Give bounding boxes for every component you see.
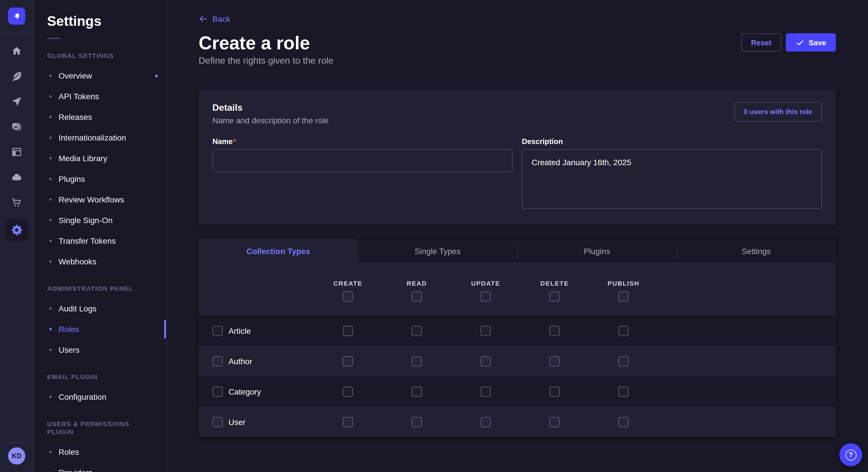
description-label: Description: [522, 136, 822, 146]
row-select-checkbox[interactable]: [212, 417, 223, 427]
section-users-permissions-plugin: USERS & PERMISSIONS PLUGIN Roles Provide…: [33, 420, 166, 472]
help-button[interactable]: ?: [839, 443, 862, 466]
section-administration-panel: ADMINISTRATION PANEL Audit Logs Roles Us…: [33, 284, 166, 360]
back-arrow-icon: [198, 14, 208, 24]
name-field-group: Name*: [212, 136, 513, 211]
description-textarea[interactable]: Created January 16th, 2025: [522, 149, 822, 209]
check-icon: [795, 38, 804, 47]
notification-dot: [155, 74, 158, 77]
page-title: Create a role: [198, 33, 310, 53]
subnav-item-api-tokens[interactable]: API Tokens: [33, 86, 166, 107]
subnav-item-plugins[interactable]: Plugins: [33, 169, 166, 189]
media-library-icon[interactable]: [11, 121, 22, 133]
category-create-checkbox[interactable]: [343, 386, 353, 397]
subnav-item-audit-logs[interactable]: Audit Logs: [33, 298, 166, 319]
subnav-item-configuration[interactable]: Configuration: [33, 386, 166, 407]
bullet-icon: [50, 198, 52, 201]
row-select-checkbox[interactable]: [212, 356, 223, 366]
select-all-update-checkbox[interactable]: [480, 291, 491, 302]
category-update-checkbox[interactable]: [480, 386, 491, 397]
subnav-item-internationalization[interactable]: Internationalization: [33, 127, 166, 148]
subnav-item-overview[interactable]: Overview: [33, 65, 166, 86]
save-button[interactable]: Save: [786, 33, 836, 52]
tab-single-types[interactable]: Single Types: [358, 239, 517, 264]
user-create-checkbox[interactable]: [343, 417, 353, 427]
subnav-item-webhooks[interactable]: Webhooks: [33, 251, 166, 272]
subnav-item-media-library[interactable]: Media Library: [33, 148, 166, 169]
name-label: Name*: [212, 136, 513, 146]
select-all-create-checkbox[interactable]: [343, 291, 353, 302]
article-read-checkbox[interactable]: [412, 326, 422, 336]
main-content: Back Create a role Reset Save Define the…: [166, 0, 868, 472]
select-all-delete-checkbox[interactable]: [549, 291, 560, 302]
category-read-checkbox[interactable]: [412, 386, 422, 397]
content-manager-pen-icon[interactable]: [11, 71, 22, 82]
author-read-checkbox[interactable]: [412, 356, 422, 366]
bullet-icon: [50, 219, 52, 222]
category-publish-checkbox[interactable]: [618, 386, 629, 397]
tab-settings[interactable]: Settings: [677, 239, 836, 264]
rail-divider: [0, 442, 33, 443]
strapi-logo[interactable]: [8, 7, 25, 25]
subnav-item-releases[interactable]: Releases: [33, 107, 166, 127]
subnav-item-users[interactable]: Users: [33, 339, 166, 360]
name-input[interactable]: [212, 149, 513, 172]
reset-button[interactable]: Reset: [741, 33, 781, 52]
question-mark-icon: ?: [845, 449, 856, 460]
row-label: Author: [228, 357, 252, 366]
user-update-checkbox[interactable]: [480, 417, 491, 427]
subnav-item-up-providers[interactable]: Providers: [33, 462, 166, 472]
settings-gear-icon[interactable]: [5, 218, 28, 241]
section-global-settings: GLOBAL SETTINGS Overview API Tokens Rele…: [33, 52, 166, 272]
article-delete-checkbox[interactable]: [549, 326, 560, 336]
bullet-icon: [50, 74, 52, 77]
section-label: GLOBAL SETTINGS: [33, 52, 166, 60]
subnav-item-review-workflows[interactable]: Review Workflows: [33, 189, 166, 210]
tab-plugins[interactable]: Plugins: [517, 239, 677, 264]
bullet-icon: [50, 240, 52, 242]
cloud-icon[interactable]: [11, 171, 22, 183]
author-delete-checkbox[interactable]: [549, 356, 560, 366]
details-card: Details Name and description of the role…: [198, 90, 836, 225]
layout-builder-icon[interactable]: [11, 146, 22, 158]
bullet-icon: [50, 95, 52, 98]
author-publish-checkbox[interactable]: [618, 356, 629, 366]
user-avatar[interactable]: KD: [8, 447, 25, 465]
table-row-category: Category: [198, 376, 836, 407]
subnav-item-single-sign-on[interactable]: Single Sign-On: [33, 210, 166, 231]
permissions-tabs: Collection Types Single Types Plugins Se…: [198, 239, 836, 264]
column-header-read: READ: [382, 280, 451, 287]
author-update-checkbox[interactable]: [480, 356, 491, 366]
subnav-item-roles-active[interactable]: Roles: [33, 319, 166, 339]
article-update-checkbox[interactable]: [480, 326, 491, 336]
user-publish-checkbox[interactable]: [618, 417, 629, 427]
back-link[interactable]: Back: [198, 14, 230, 24]
article-create-checkbox[interactable]: [343, 326, 353, 336]
category-delete-checkbox[interactable]: [549, 386, 560, 397]
author-create-checkbox[interactable]: [343, 356, 353, 366]
settings-subnav: Settings GLOBAL SETTINGS Overview API To…: [33, 0, 166, 472]
permissions-card: Collection Types Single Types Plugins Se…: [198, 239, 836, 437]
subnav-item-transfer-tokens[interactable]: Transfer Tokens: [33, 231, 166, 251]
subnav-item-up-roles[interactable]: Roles: [33, 442, 166, 462]
user-delete-checkbox[interactable]: [549, 417, 560, 427]
users-with-role-button[interactable]: 0 users with this role: [734, 102, 822, 122]
subnav-title: Settings: [33, 12, 166, 30]
select-all-read-checkbox[interactable]: [412, 291, 422, 302]
bullet-icon: [50, 157, 52, 160]
row-select-checkbox[interactable]: [212, 326, 223, 336]
send-plane-icon[interactable]: [11, 96, 22, 107]
bullet-icon: [50, 307, 52, 310]
row-select-checkbox[interactable]: [212, 386, 223, 397]
home-icon[interactable]: [11, 45, 22, 57]
user-read-checkbox[interactable]: [412, 417, 422, 427]
bullet-icon: [50, 136, 52, 139]
marketplace-cart-icon[interactable]: [11, 197, 22, 208]
permissions-table-header: CREATE READ UPDATE DELETE PUBLISH: [198, 264, 836, 315]
article-publish-checkbox[interactable]: [618, 326, 629, 336]
tab-collection-types[interactable]: Collection Types: [198, 239, 358, 264]
select-all-publish-checkbox[interactable]: [618, 291, 629, 302]
header-actions: Reset Save: [741, 33, 836, 52]
table-row-author: Author: [198, 346, 836, 376]
page-subtitle: Define the rights given to the role: [198, 55, 836, 67]
